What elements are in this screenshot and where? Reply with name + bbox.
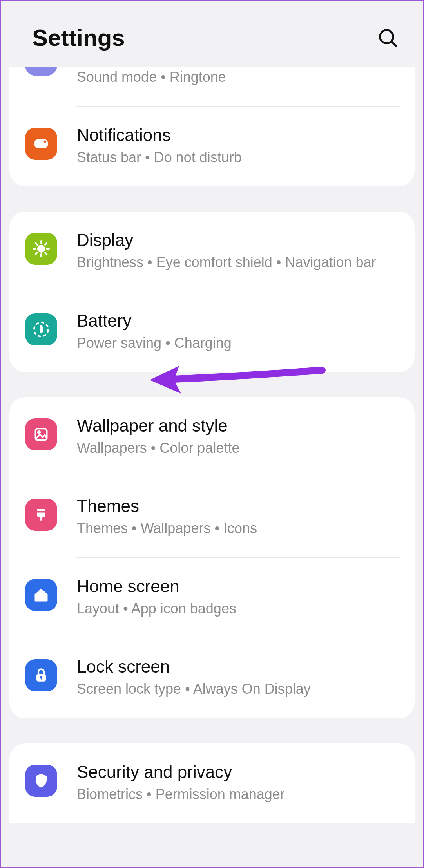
- svg-point-3: [43, 140, 46, 143]
- item-title: Notifications: [77, 125, 400, 145]
- item-subtitle: Screen lock type • Always On Display: [77, 679, 400, 699]
- item-subtitle: Themes • Wallpapers • Icons: [77, 518, 400, 539]
- settings-item-lockscreen[interactable]: Lock screen Screen lock type • Always On…: [9, 638, 415, 718]
- item-title: Home screen: [77, 577, 400, 596]
- item-title: Display: [77, 230, 400, 250]
- svg-rect-15: [40, 325, 42, 327]
- item-title: Themes: [77, 496, 400, 516]
- svg-line-10: [45, 253, 47, 254]
- item-title: Wallpaper and style: [77, 416, 400, 436]
- svg-point-17: [38, 431, 40, 434]
- settings-group: Security and privacy Biometrics • Permis…: [9, 743, 415, 823]
- settings-item-homescreen[interactable]: Home screen Layout • App icon badges: [9, 558, 415, 638]
- svg-line-12: [45, 243, 47, 245]
- display-icon: [25, 233, 57, 265]
- item-subtitle: Biometrics • Permission manager: [77, 784, 400, 805]
- settings-item-battery[interactable]: Battery Power saving • Charging: [9, 292, 415, 372]
- shield-icon: [25, 765, 57, 797]
- sounds-icon: [25, 67, 57, 76]
- item-subtitle: Power saving • Charging: [77, 333, 400, 353]
- svg-rect-14: [40, 326, 43, 333]
- item-subtitle: Wallpapers • Color palette: [77, 438, 400, 458]
- item-title: Security and privacy: [77, 762, 400, 782]
- themes-icon: [25, 499, 57, 531]
- svg-line-9: [36, 243, 37, 245]
- settings-group: Wallpaper and style Wallpapers • Color p…: [9, 397, 415, 718]
- svg-point-4: [38, 246, 44, 252]
- settings-item-display[interactable]: Display Brightness • Eye comfort shield …: [9, 212, 415, 291]
- settings-item-security[interactable]: Security and privacy Biometrics • Permis…: [9, 743, 415, 823]
- settings-item-sounds[interactable]: Sound mode • Ringtone: [9, 67, 415, 106]
- settings-item-wallpaper[interactable]: Wallpaper and style Wallpapers • Color p…: [9, 397, 415, 477]
- header: Settings: [1, 1, 423, 67]
- item-subtitle: Layout • App icon badges: [77, 599, 400, 619]
- page-title: Settings: [32, 24, 125, 51]
- notifications-icon: [25, 128, 57, 160]
- svg-rect-21: [41, 678, 42, 680]
- item-subtitle: Status bar • Do not disturb: [77, 147, 400, 168]
- item-title: Lock screen: [77, 657, 400, 676]
- svg-rect-18: [37, 511, 45, 513]
- svg-line-1: [391, 42, 396, 46]
- search-button[interactable]: [376, 26, 400, 50]
- settings-group: Display Brightness • Eye comfort shield …: [9, 212, 415, 372]
- wallpaper-icon: [25, 418, 57, 450]
- svg-line-11: [36, 253, 37, 254]
- search-icon: [377, 27, 399, 49]
- settings-item-notifications[interactable]: Notifications Status bar • Do not distur…: [9, 107, 415, 186]
- lock-icon: [25, 659, 57, 691]
- settings-item-themes[interactable]: Themes Themes • Wallpapers • Icons: [9, 477, 415, 557]
- item-subtitle: Sound mode • Ringtone: [77, 67, 400, 87]
- settings-group: Sound mode • Ringtone Notifications Stat…: [9, 67, 415, 186]
- item-subtitle: Brightness • Eye comfort shield • Naviga…: [77, 252, 400, 273]
- item-title: Battery: [77, 311, 400, 331]
- home-icon: [25, 579, 57, 611]
- battery-icon: [25, 313, 57, 345]
